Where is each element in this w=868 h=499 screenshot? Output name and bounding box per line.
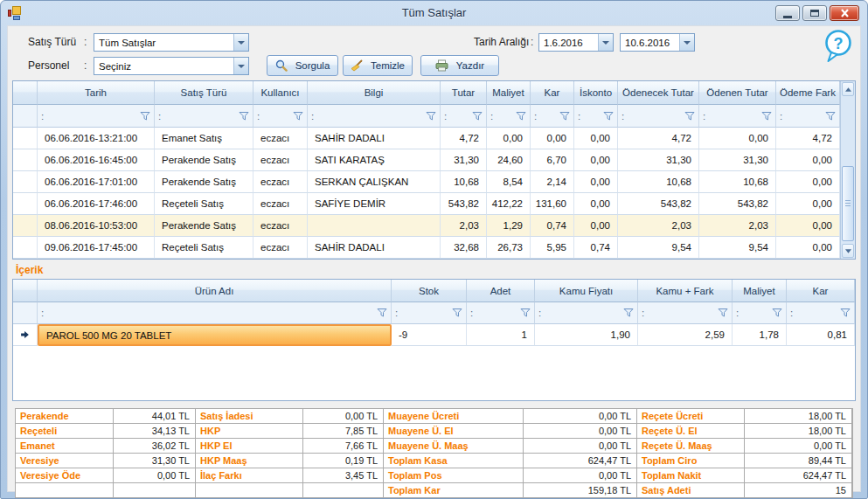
filter-funnel-icon[interactable] — [239, 112, 249, 121]
cell[interactable]: 0,00 — [776, 215, 840, 237]
cell[interactable]: Perakende Satış — [155, 171, 253, 193]
cell[interactable]: eczacı — [253, 193, 308, 215]
filter-funnel-icon[interactable] — [426, 112, 436, 121]
header-cell-bilgi[interactable]: Bilgi — [308, 81, 441, 105]
cell[interactable]: Perakende Satış — [155, 149, 253, 171]
header-cell-stok[interactable]: Stok — [392, 280, 467, 302]
header-cell-tarih[interactable]: Tarih — [38, 81, 155, 105]
header-cell-kullanici[interactable]: Kullanıcı — [253, 81, 308, 105]
filter-funnel-icon[interactable] — [772, 308, 782, 317]
cell[interactable]: 0,00 — [574, 193, 618, 215]
filter-cell[interactable]: : — [38, 105, 155, 128]
filter-funnel-icon[interactable] — [140, 112, 150, 121]
cell[interactable]: 09.06.2016-17:45:00 — [38, 237, 155, 259]
cell[interactable]: 10,68 — [618, 171, 699, 193]
filter-funnel-icon[interactable] — [603, 112, 614, 121]
row-selector[interactable] — [13, 149, 38, 171]
cell[interactable]: 1 — [467, 324, 535, 346]
cell[interactable]: 4,72 — [776, 128, 840, 149]
cell[interactable]: 131,60 — [531, 193, 574, 215]
filter-cell[interactable]: : — [699, 105, 776, 128]
help-button[interactable]: ? — [822, 29, 855, 67]
filter-cell[interactable]: : — [38, 302, 392, 324]
cell[interactable]: eczacı — [253, 149, 308, 171]
cell[interactable]: 0,00 — [776, 149, 840, 171]
filter-cell[interactable]: : — [487, 105, 531, 128]
cell[interactable]: 0,74 — [574, 237, 618, 259]
cell[interactable]: 1,78 — [733, 324, 787, 346]
close-button[interactable] — [830, 5, 859, 21]
filter-cell[interactable]: : — [392, 302, 467, 324]
cell[interactable]: 543,82 — [618, 193, 699, 215]
filter-cell[interactable]: : — [535, 302, 638, 324]
filter-cell[interactable]: : — [733, 302, 787, 324]
filter-cell[interactable]: : — [531, 105, 574, 128]
filter-cell[interactable]: : — [776, 105, 840, 128]
header-cell-urun-adi[interactable]: Ürün Adı — [38, 280, 392, 302]
filter-funnel-icon[interactable] — [516, 112, 526, 121]
cell[interactable]: 543,82 — [699, 193, 776, 215]
cell[interactable]: SAHİR DADALI — [308, 128, 441, 149]
cell[interactable]: 5,95 — [531, 237, 574, 259]
filter-cell[interactable]: : — [787, 302, 855, 324]
cell[interactable]: 0,00 — [574, 171, 618, 193]
sorgula-button[interactable]: Sorgula — [267, 55, 338, 76]
cell[interactable]: 1,90 — [535, 324, 638, 346]
filter-cell[interactable]: : — [574, 105, 618, 128]
cell[interactable]: 9,54 — [699, 237, 776, 259]
row-selector[interactable] — [13, 171, 38, 193]
cell[interactable]: Reçeteli Satış — [155, 193, 253, 215]
filter-funnel-icon[interactable] — [684, 112, 695, 121]
header-cell-maliyet[interactable]: Maliyet — [733, 280, 787, 302]
cell[interactable]: 0,00 — [699, 128, 776, 149]
row-selector[interactable] — [13, 193, 38, 215]
row-selector[interactable] — [13, 128, 38, 149]
cell[interactable]: 0,81 — [787, 324, 855, 346]
cell[interactable] — [308, 215, 441, 237]
header-cell-kar[interactable]: Kar — [787, 280, 855, 302]
cell[interactable]: 32,68 — [441, 237, 487, 259]
filter-cell[interactable]: : — [618, 105, 699, 128]
row-selector[interactable] — [13, 215, 38, 237]
cell[interactable]: 1,29 — [487, 215, 531, 237]
yazdir-button[interactable]: Yazdır — [420, 55, 499, 76]
header-cell-maliyet[interactable]: Maliyet — [487, 81, 531, 105]
cell[interactable]: 0,00 — [776, 171, 840, 193]
cell[interactable]: 06.06.2016-17:01:00 — [38, 171, 155, 193]
cell[interactable]: 0,74 — [531, 215, 574, 237]
filter-funnel-icon[interactable] — [825, 112, 836, 121]
filter-cell[interactable]: : — [155, 105, 253, 128]
chevron-down-icon[interactable] — [598, 34, 613, 51]
header-cell-tutar[interactable]: Tutar — [441, 81, 487, 105]
header-cell-kamu-fark[interactable]: Kamu + Fark — [638, 280, 733, 302]
scroll-down-button[interactable] — [842, 244, 854, 258]
cell[interactable]: eczacı — [253, 128, 308, 149]
cell[interactable]: 06.06.2016-17:46:00 — [38, 193, 155, 215]
filter-cell[interactable]: : — [638, 302, 733, 324]
cell[interactable]: -9 — [392, 324, 467, 346]
cell[interactable]: 8,54 — [487, 171, 531, 193]
cell[interactable]: 4,72 — [441, 128, 487, 149]
header-cell-odenecek[interactable]: Ödenecek Tutar — [618, 81, 699, 105]
temizle-button[interactable]: Temizle — [343, 55, 413, 76]
filter-funnel-icon[interactable] — [623, 308, 634, 317]
header-cell-kamu-fiyati[interactable]: Kamu Fiyatı — [535, 280, 638, 302]
cell[interactable]: Reçeteli Satış — [155, 237, 253, 259]
cell[interactable]: 10,68 — [441, 171, 487, 193]
cell[interactable]: eczacı — [253, 237, 308, 259]
chevron-down-icon[interactable] — [679, 34, 694, 51]
vertical-scrollbar[interactable] — [840, 81, 855, 259]
current-row-indicator[interactable] — [13, 324, 38, 346]
cell[interactable]: 26,73 — [487, 237, 531, 259]
filter-cell[interactable]: : — [441, 105, 487, 128]
cell[interactable]: 31,30 — [699, 149, 776, 171]
cell[interactable]: 0,00 — [574, 128, 618, 149]
cell[interactable]: 412,22 — [487, 193, 531, 215]
scrollbar-thumb[interactable] — [842, 166, 854, 240]
cell[interactable]: 08.06.2016-10:53:00 — [38, 215, 155, 237]
header-cell-satis-turu[interactable]: Satış Türü — [155, 81, 253, 105]
header-cell-iskonto[interactable]: İskonto — [574, 81, 618, 105]
cell[interactable]: 0,00 — [776, 237, 840, 259]
cell[interactable]: 0,00 — [487, 128, 531, 149]
cell[interactable]: 6,70 — [531, 149, 574, 171]
